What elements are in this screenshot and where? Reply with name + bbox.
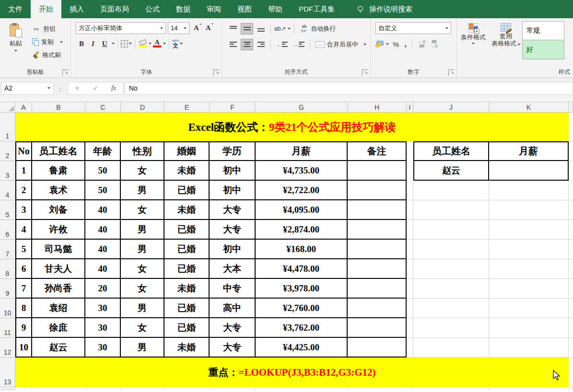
- table-cell[interactable]: 6: [15, 259, 32, 279]
- table-cell[interactable]: [348, 259, 407, 279]
- conditional-formatting-button[interactable]: ≠ 条件格式: [457, 20, 490, 45]
- enter-button[interactable]: ✓: [86, 84, 105, 92]
- empty-cell[interactable]: [407, 279, 413, 299]
- empty-cell[interactable]: [569, 200, 573, 220]
- row-header-9[interactable]: 9: [0, 279, 15, 299]
- table-cell[interactable]: 40: [85, 240, 121, 259]
- clipboard-dialog-launcher[interactable]: ↘: [62, 69, 69, 76]
- merge-center-button[interactable]: ↔ 合并后居中: [314, 38, 368, 50]
- table-cell[interactable]: 鲁肃: [32, 161, 85, 181]
- table-header-cell[interactable]: 学历: [210, 141, 256, 161]
- empty-cell[interactable]: [569, 220, 573, 240]
- table-cell[interactable]: 司马懿: [32, 240, 85, 259]
- row-header-8[interactable]: 8: [0, 259, 15, 279]
- empty-cell[interactable]: [413, 338, 489, 357]
- table-header-cell[interactable]: 员工姓名: [32, 141, 85, 161]
- table-cell[interactable]: 3: [15, 200, 32, 220]
- empty-cell[interactable]: [413, 299, 489, 318]
- accounting-format-dropdown[interactable]: [386, 43, 389, 45]
- row-header-1[interactable]: 1: [0, 113, 15, 141]
- empty-cell[interactable]: [407, 181, 413, 200]
- cell-style-good[interactable]: 好: [522, 40, 564, 59]
- empty-cell[interactable]: [413, 259, 489, 279]
- align-middle-button[interactable]: [241, 23, 253, 35]
- column-header-J[interactable]: J: [413, 102, 489, 113]
- row-header-4[interactable]: 4: [0, 181, 15, 200]
- ribbon-tab-5[interactable]: 公式: [137, 0, 168, 18]
- table-cell[interactable]: 5: [15, 240, 32, 259]
- phonetic-guide-button[interactable]: wén 文: [172, 39, 179, 48]
- fill-color-button[interactable]: [138, 40, 148, 47]
- table-cell[interactable]: 刘备: [32, 200, 85, 220]
- table-cell[interactable]: 2: [15, 181, 32, 200]
- table-cell[interactable]: 40: [85, 200, 121, 220]
- table-cell[interactable]: 已婚: [164, 318, 210, 338]
- table-cell[interactable]: 女: [121, 318, 164, 338]
- row-header-6[interactable]: 6: [0, 220, 15, 240]
- table-cell[interactable]: [348, 338, 407, 357]
- ribbon-tab-6[interactable]: 数据: [168, 0, 199, 18]
- name-box[interactable]: A2: [1, 82, 54, 95]
- lookup-header-cell[interactable]: 月薪: [489, 141, 569, 161]
- column-header-I[interactable]: I: [407, 102, 413, 113]
- increase-font-button[interactable]: A: [191, 23, 201, 33]
- empty-cell[interactable]: [569, 299, 573, 318]
- align-bottom-button[interactable]: [255, 23, 267, 35]
- table-cell[interactable]: [348, 299, 407, 318]
- empty-cell[interactable]: [407, 338, 413, 357]
- table-header-cell[interactable]: 性别: [121, 141, 164, 161]
- font-name-combo[interactable]: 方正小标宋简体: [76, 22, 166, 34]
- table-cell[interactable]: ¥2,874.00: [256, 220, 348, 240]
- table-cell[interactable]: 女: [121, 161, 164, 181]
- table-cell[interactable]: 40: [85, 259, 121, 279]
- table-cell[interactable]: ¥3,762.00: [256, 318, 348, 338]
- column-header-D[interactable]: D: [121, 102, 164, 113]
- empty-cell[interactable]: [569, 161, 573, 181]
- table-cell[interactable]: 赵云: [32, 338, 85, 357]
- table-cell[interactable]: [348, 279, 407, 299]
- empty-cell[interactable]: [569, 141, 573, 161]
- table-cell[interactable]: 30: [85, 318, 121, 338]
- empty-cell[interactable]: [407, 299, 413, 318]
- empty-cell[interactable]: [489, 259, 569, 279]
- row-header-13[interactable]: 13: [0, 357, 15, 387]
- empty-cell[interactable]: [489, 220, 569, 240]
- empty-cell[interactable]: [569, 338, 573, 357]
- empty-cell[interactable]: [413, 240, 489, 259]
- table-cell[interactable]: 大专: [210, 338, 256, 357]
- row-header-2[interactable]: 2: [0, 141, 15, 161]
- table-header-cell[interactable]: 备注: [348, 141, 407, 161]
- table-cell[interactable]: 未婚: [164, 279, 210, 299]
- column-header-G[interactable]: G: [256, 102, 348, 113]
- italic-button[interactable]: I: [88, 39, 98, 49]
- fill-color-dropdown[interactable]: [149, 43, 152, 45]
- empty-cell[interactable]: [407, 200, 413, 220]
- empty-cell[interactable]: [569, 240, 573, 259]
- column-header-C[interactable]: C: [85, 102, 121, 113]
- font-color-button[interactable]: A: [152, 40, 162, 47]
- table-header-cell[interactable]: 年龄: [85, 141, 121, 161]
- ribbon-tab-8[interactable]: 视图: [229, 0, 260, 18]
- decrease-indent-button[interactable]: ←: [274, 41, 290, 48]
- row-header-12[interactable]: 12: [0, 338, 15, 357]
- column-header-partial[interactable]: [569, 102, 573, 113]
- select-all-corner[interactable]: [0, 102, 15, 113]
- table-cell[interactable]: 已婚: [164, 259, 210, 279]
- column-header-H[interactable]: H: [348, 102, 407, 113]
- copy-dropdown[interactable]: [60, 41, 63, 43]
- borders-dropdown[interactable]: [129, 43, 132, 45]
- paste-button[interactable]: 粘贴: [5, 20, 27, 61]
- table-cell[interactable]: 甘夫人: [32, 259, 85, 279]
- table-cell[interactable]: 袁绍: [32, 299, 85, 318]
- row-header-10[interactable]: 10: [0, 299, 15, 318]
- row-header-7[interactable]: 7: [0, 240, 15, 259]
- copy-button[interactable]: 复制: [31, 36, 64, 48]
- row-header-partial[interactable]: [0, 387, 15, 390]
- table-cell[interactable]: 1: [15, 161, 32, 181]
- empty-cell[interactable]: [569, 357, 573, 387]
- table-cell[interactable]: ¥2,722.00: [256, 181, 348, 200]
- ribbon-tab-2[interactable]: 开始: [31, 0, 61, 18]
- paste-dropdown[interactable]: [14, 50, 17, 52]
- table-cell[interactable]: 男: [121, 240, 164, 259]
- increase-decimal-button[interactable]: ←.0.00: [416, 40, 427, 49]
